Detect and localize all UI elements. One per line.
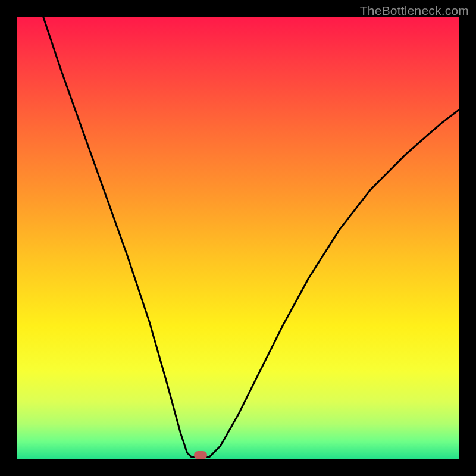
optimal-marker <box>194 451 207 459</box>
bottleneck-curve <box>17 17 459 459</box>
plot-area <box>17 17 459 459</box>
chart-frame: TheBottleneck.com <box>0 0 476 476</box>
watermark-text: TheBottleneck.com <box>360 4 469 18</box>
